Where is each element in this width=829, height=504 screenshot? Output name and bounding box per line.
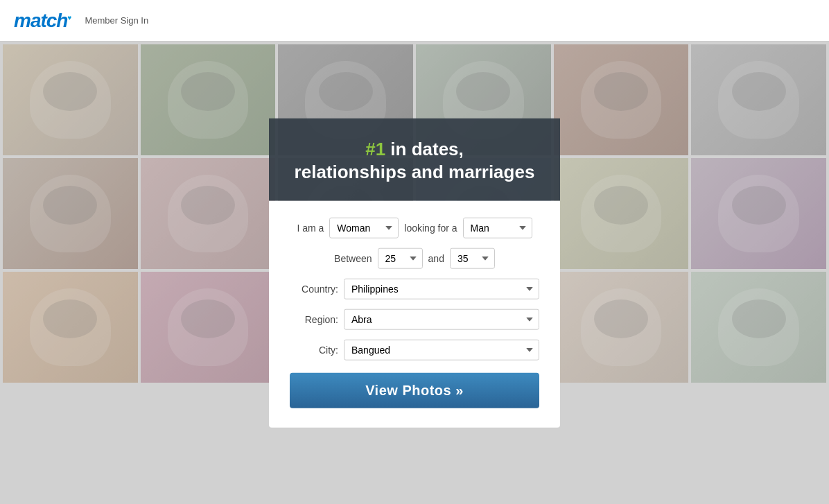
- gender-row: I am a Woman Man looking for a Man Woman: [290, 218, 539, 238]
- city-row: City: Bangued Manila Cebu City Davao Cit…: [290, 340, 539, 360]
- logo-heart: ♥: [67, 13, 71, 21]
- country-label: Country:: [290, 284, 338, 295]
- modal-header: #1 in dates,relationships and marriages: [269, 118, 560, 201]
- site-header: match♥ Member Sign In: [0, 0, 829, 42]
- headline-text: in dates,relationships and marriages: [295, 138, 535, 182]
- search-modal: #1 in dates,relationships and marriages …: [269, 118, 560, 428]
- region-label: Region:: [290, 314, 338, 325]
- and-label: and: [428, 253, 444, 264]
- country-row: Country: Philippines United States Austr…: [290, 279, 539, 299]
- region-row: Region: Abra Metro Manila Cebu Davao: [290, 309, 539, 330]
- headline-number: #1: [365, 138, 385, 159]
- modal-body: I am a Woman Man looking for a Man Woman…: [269, 201, 560, 428]
- logo-text: match: [14, 10, 67, 31]
- modal-headline: #1 in dates,relationships and marriages: [290, 137, 539, 184]
- background-grid-wrapper: #1 in dates,relationships and marriages …: [0, 42, 829, 504]
- region-select[interactable]: Abra Metro Manila Cebu Davao: [344, 309, 539, 330]
- age-min-select[interactable]: 181920 212223 242526 27282930: [378, 248, 423, 269]
- city-select[interactable]: Bangued Manila Cebu City Davao City: [344, 340, 539, 360]
- iam-label: I am a: [297, 223, 324, 234]
- gender-select[interactable]: Woman Man: [329, 218, 399, 238]
- city-label: City:: [290, 345, 338, 356]
- age-max-select[interactable]: 252627 282930 313233 343540 4550: [450, 248, 495, 269]
- age-row: Between 181920 212223 242526 27282930 an…: [290, 248, 539, 269]
- between-label: Between: [334, 253, 372, 264]
- view-photos-button[interactable]: View Photos »: [290, 373, 539, 408]
- country-select[interactable]: Philippines United States Australia Cana…: [344, 279, 539, 299]
- lookingfor-label: looking for a: [404, 223, 457, 234]
- lookingfor-select[interactable]: Man Woman: [463, 218, 532, 238]
- site-logo: match♥: [14, 10, 71, 32]
- member-signin-link[interactable]: Member Sign In: [85, 15, 148, 26]
